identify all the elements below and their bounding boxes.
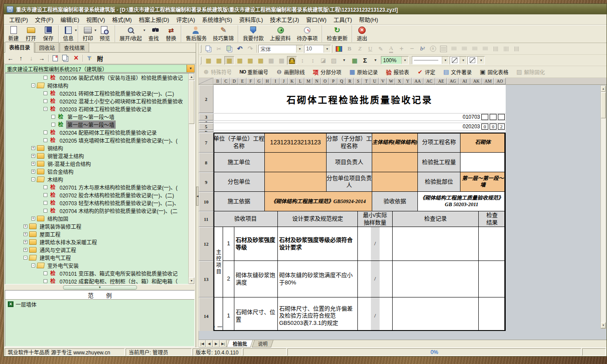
tree-item[interactable]: 砌体结构 [5, 81, 188, 89]
chevron-down-icon[interactable]: ▼ [401, 57, 408, 64]
cell-value[interactable] [265, 153, 327, 172]
format-icon[interactable] [355, 44, 365, 53]
action-button[interactable]: 特殊符号 [200, 67, 236, 77]
table-tool-icon[interactable] [277, 56, 287, 65]
code-box[interactable] [498, 114, 505, 120]
col-header-cell[interactable]: U [370, 78, 379, 84]
tree-expander-icon[interactable] [23, 240, 27, 244]
catalog-dropdown-button[interactable]: ▼ [187, 65, 194, 72]
next-sheet-button[interactable]: ▶ [213, 340, 220, 347]
tree-expander-icon[interactable] [51, 123, 55, 127]
row-header-cell[interactable]: 7 [199, 133, 213, 153]
menu-item[interactable]: 格式(M) [109, 14, 136, 24]
add-item-icon[interactable] [50, 54, 60, 63]
tree-item[interactable]: 020702 胶合木结构检验批质量验收记录(一)、(二) [5, 191, 188, 199]
toolbar-button[interactable]: 查找 ▼ [145, 25, 162, 42]
action-button[interactable]: 解除固化 [513, 67, 549, 77]
col-header-cell[interactable]: C [222, 78, 230, 84]
menu-item[interactable]: 技术工艺(J) [267, 14, 303, 24]
cell-label[interactable]: 分部（子分部）工程名称 [327, 133, 372, 153]
table-tool-icon[interactable] [245, 56, 255, 65]
cell-label[interactable]: 验收依据 [372, 192, 418, 211]
col-header-cell[interactable]: AG [447, 78, 459, 84]
col-header-cell[interactable]: R [346, 78, 354, 84]
menu-item[interactable]: 档案上报(D) [135, 14, 173, 24]
menu-item[interactable]: 编辑(E) [57, 14, 83, 24]
prev-sheet-button[interactable]: ◀ [206, 340, 213, 347]
col-header-cell[interactable]: AC [424, 78, 435, 84]
tree-item[interactable]: 室外电气安装 [5, 261, 188, 269]
code-box[interactable]: 2 [498, 124, 505, 130]
check-header-cell[interactable]: 验收项目 [213, 211, 278, 227]
tree-item[interactable]: 070102 成套配电柜、控制柜（台、箱）和配电箱（ [5, 277, 188, 284]
toolbar-button[interactable]: 展开/收起 ▼ [115, 25, 145, 42]
check-requirement-cell[interactable]: 石材及砂浆强度等级必须符合设计要求 [278, 227, 358, 261]
code-box[interactable]: 0 [490, 124, 497, 130]
left-panel-tab[interactable]: 表格目录 [5, 42, 34, 53]
form-title-cell[interactable]: 石砌体工程检验批质量验收记录 [213, 85, 506, 113]
toolbar-button[interactable]: 我要付款 ▼ [238, 25, 267, 42]
tree-expander-icon[interactable] [43, 271, 47, 275]
toolbar-button[interactable]: 上报资料 ▼ [267, 25, 293, 42]
toolbar-button[interactable]: 退出 ▼ [352, 25, 370, 42]
filter-icon[interactable] [85, 54, 94, 63]
col-header-cell[interactable]: N [313, 78, 321, 84]
row-header-cell[interactable]: 8 [199, 153, 213, 172]
tree-item[interactable]: 屋面工程 [5, 230, 188, 238]
col-header-cell[interactable]: H [263, 78, 271, 84]
row-header-cell[interactable]: 3 [199, 114, 213, 120]
col-header-cell[interactable]: AE [435, 78, 447, 84]
toolbar-button[interactable]: 保存 ▼ [40, 25, 57, 42]
col-header-cell[interactable]: P [329, 78, 337, 84]
toolbar-button[interactable]: 替换 ▼ [162, 25, 180, 42]
tree-expander-icon[interactable] [43, 99, 47, 103]
attachment-button[interactable]: 附 [95, 54, 105, 63]
tree-item[interactable]: 020201 砖砌体工程检验批质量验收记录(一)、(二) [5, 89, 188, 97]
tree-expander-icon[interactable] [31, 264, 35, 267]
dropdown-arrow-icon[interactable]: ▼ [74, 29, 77, 32]
cell-value[interactable]: 第一层～第一段～墙 [460, 172, 506, 192]
format-icon[interactable] [334, 44, 344, 53]
check-requirement-cell[interactable]: 石砌体尺寸、位置的允许偏差及检验方法应符合规范GB50203表7.3.1的规定 [278, 297, 358, 331]
menu-item[interactable]: 窗口(W) [303, 14, 330, 24]
tree-vertical-scrollbar[interactable]: ▲ ▼ [188, 73, 194, 284]
col-header-cell[interactable]: B [213, 78, 222, 84]
format-icon[interactable] [417, 44, 427, 53]
tree-item[interactable]: 020106 装配式结构（安装与连接）检验批质量验收记 [5, 73, 188, 81]
form-code-row[interactable]: 010703 [213, 114, 506, 120]
cell-label[interactable]: 分包单位项目负责人 [327, 172, 372, 192]
toolbar-button[interactable]: 新建 ▼ [5, 25, 22, 42]
tree-expander-icon[interactable] [43, 193, 47, 197]
row-header-cell[interactable]: 6 [199, 130, 213, 132]
col-header-cell[interactable]: F [247, 78, 255, 84]
toolbar-button[interactable]: 打印 ▼ [78, 25, 96, 42]
col-header-cell[interactable]: G [255, 78, 263, 84]
move-left-button[interactable]: ← [6, 54, 15, 63]
table-tool-icon[interactable] [256, 56, 266, 65]
tree-item[interactable]: 通风与空调工程 [5, 246, 188, 254]
scrollbar-thumb[interactable] [601, 92, 606, 118]
col-header-cell[interactable]: AO [494, 78, 506, 84]
tree-item[interactable]: 第一层～第一段～墙 [5, 120, 188, 128]
tree-item[interactable]: 结构加固 [5, 214, 188, 222]
format-icon[interactable] [428, 44, 438, 53]
scrollbar-thumb[interactable] [189, 80, 194, 124]
cell-label[interactable]: 检验批工程量 [418, 153, 460, 172]
tree-expander-icon[interactable] [43, 201, 47, 205]
col-header-cell[interactable]: Y [404, 78, 412, 84]
cell-label[interactable]: 项目负责人 [327, 153, 372, 172]
col-header-cell[interactable]: O [321, 78, 329, 84]
toolbar-button[interactable]: 技巧集锦 ▼ [210, 25, 237, 42]
format-icon[interactable] [386, 44, 396, 53]
tree-expander-icon[interactable] [43, 209, 47, 213]
move-up-button[interactable]: ↑ [16, 54, 26, 63]
cell-value[interactable] [372, 153, 418, 172]
tree-expander-icon[interactable] [23, 248, 27, 252]
col-header-cell[interactable]: AI [459, 78, 470, 84]
tree-item[interactable]: 020202 混凝土小型空心砌块砌体工程检验批质量验收 [5, 97, 188, 105]
col-header-cell[interactable]: D [230, 78, 238, 84]
check-record-cell[interactable] [393, 297, 479, 331]
format-icon[interactable] [224, 44, 234, 53]
row-header-cell[interactable]: 13 [199, 261, 213, 297]
tree-expander-icon[interactable] [43, 107, 47, 111]
